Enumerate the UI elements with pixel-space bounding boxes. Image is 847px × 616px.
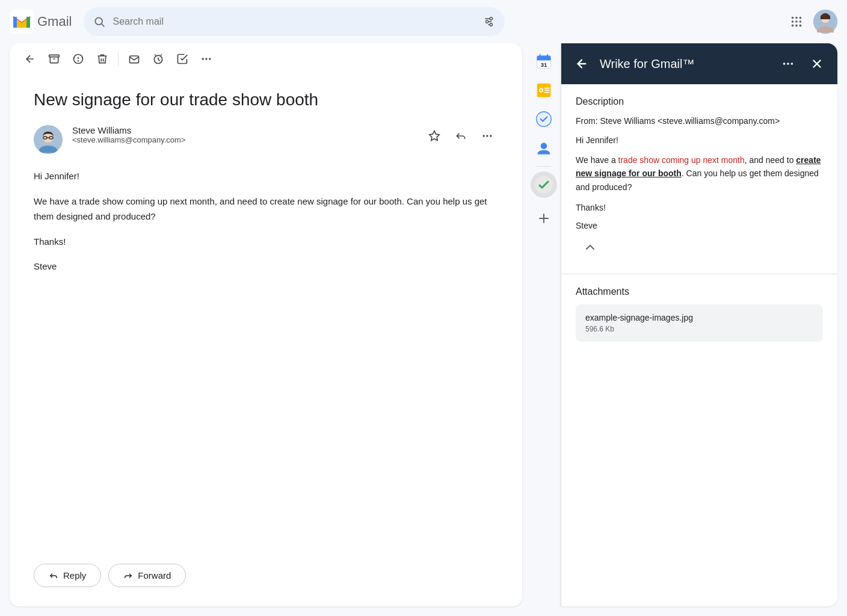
wrike-panel: Wrike for Gmail™ Description From: Steve…	[561, 43, 837, 606]
star-button[interactable]	[424, 125, 445, 147]
email-pane: New signage for our trade show booth	[10, 43, 522, 606]
sender-name: Steve Williams	[72, 125, 414, 135]
attachments-label: Attachments	[576, 286, 823, 297]
svg-point-13	[799, 17, 802, 19]
calendar-side-icon[interactable]: 31	[531, 48, 557, 75]
svg-rect-22	[49, 55, 60, 57]
archive-button[interactable]	[43, 48, 65, 70]
email-sender-row: Steve Williams <steve.williams@company.c…	[34, 125, 498, 154]
svg-point-18	[795, 25, 798, 27]
svg-point-3	[96, 17, 103, 25]
reply-button[interactable]: Reply	[34, 564, 101, 587]
svg-point-54	[537, 112, 552, 127]
wrike-back-button[interactable]	[571, 53, 593, 75]
wrike-highlight-red: trade show coming up next month	[618, 155, 745, 165]
wrike-sign: Steve	[576, 219, 823, 232]
add-panel-button[interactable]	[531, 205, 557, 232]
collapse-button[interactable]	[576, 233, 605, 262]
svg-point-9	[486, 20, 488, 23]
svg-point-31	[209, 58, 211, 60]
snooze-button[interactable]	[147, 48, 169, 70]
svg-text:31: 31	[541, 61, 547, 68]
svg-point-30	[205, 58, 207, 60]
svg-point-55	[541, 143, 547, 149]
more-button[interactable]	[196, 48, 217, 70]
email-sign: Steve	[34, 259, 498, 274]
svg-point-11	[792, 17, 794, 19]
svg-point-10	[490, 23, 493, 26]
wrike-content: Description From: Steve Williams <steve.…	[561, 84, 837, 606]
topbar: Gmail	[0, 0, 847, 43]
svg-rect-44	[537, 58, 551, 61]
sender-email: <steve.williams@company.com>	[72, 135, 414, 144]
wrike-description-body: From: Steve Williams <steve.williams@com…	[576, 114, 823, 233]
mark-unread-button[interactable]	[123, 48, 145, 70]
search-filter-icon[interactable]	[483, 16, 495, 28]
wrike-description-section: Description From: Steve Williams <steve.…	[561, 84, 837, 274]
wrike-panel-title: Wrike for Gmail™	[600, 57, 770, 71]
gmail-logo-icon	[10, 10, 34, 34]
email-content: New signage for our trade show booth	[10, 75, 522, 554]
toolbar-divider-1	[118, 52, 119, 66]
search-input[interactable]	[112, 16, 476, 27]
svg-point-29	[202, 58, 204, 60]
svg-point-19	[799, 25, 802, 27]
svg-point-59	[783, 63, 786, 65]
email-toolbar	[10, 43, 522, 75]
svg-point-39	[483, 135, 485, 137]
email-greeting: Hi Jennifer!	[34, 168, 498, 184]
svg-point-16	[799, 20, 802, 23]
add-task-button[interactable]	[171, 48, 193, 70]
delete-button[interactable]	[91, 48, 113, 70]
sender-actions	[424, 125, 498, 147]
svg-marker-38	[430, 131, 440, 141]
svg-point-12	[795, 17, 798, 19]
gmail-logo: Gmail	[10, 10, 72, 34]
side-icon-divider	[537, 166, 551, 167]
wrike-thanks: Thanks!	[576, 201, 823, 214]
email-body-text: We have a trade show coming up next mont…	[34, 194, 498, 224]
attachment-card[interactable]: example-signage-images.jpg 596.6 Kb	[576, 304, 823, 342]
app-name: Gmail	[37, 14, 72, 29]
topbar-right	[784, 10, 837, 34]
search-icon	[93, 16, 105, 28]
wrike-side-icon[interactable]	[531, 106, 557, 132]
search-bar[interactable]	[84, 7, 505, 36]
svg-line-4	[102, 24, 105, 27]
svg-point-60	[787, 63, 789, 65]
email-actions: Reply Forward	[10, 554, 522, 606]
main-layout: New signage for our trade show booth	[0, 43, 847, 616]
email-subject: New signage for our trade show booth	[34, 89, 498, 111]
tasks-side-icon[interactable]	[531, 77, 557, 103]
forward-button-label: Forward	[138, 570, 171, 581]
wrike-active-icon[interactable]	[531, 171, 557, 198]
contacts-side-icon[interactable]	[531, 135, 557, 161]
wrike-header: Wrike for Gmail™	[561, 43, 837, 84]
spam-button[interactable]	[67, 48, 89, 70]
wrike-more-button[interactable]	[777, 53, 799, 75]
sender-info: Steve Williams <steve.williams@company.c…	[72, 125, 414, 144]
more-sender-button[interactable]	[476, 125, 498, 147]
forward-icon	[123, 571, 133, 581]
back-button[interactable]	[19, 48, 41, 70]
svg-point-41	[490, 135, 491, 137]
user-avatar[interactable]	[813, 10, 837, 34]
svg-point-25	[78, 61, 79, 61]
wrike-body-greeting: Hi Jennifer!	[576, 134, 823, 147]
svg-point-14	[792, 20, 794, 23]
svg-point-50	[540, 89, 543, 91]
wrike-close-button[interactable]	[806, 53, 828, 75]
svg-point-61	[791, 63, 793, 65]
svg-point-15	[795, 20, 798, 23]
apps-icon-button[interactable]	[784, 10, 808, 34]
side-icons-strip: 31	[527, 43, 561, 616]
reply-icon	[49, 571, 58, 581]
svg-point-8	[490, 17, 493, 20]
email-body: Hi Jennifer! We have a trade show coming…	[34, 168, 498, 274]
wrike-body-text: We have a trade show coming up next mont…	[576, 153, 823, 194]
wrike-description-label: Description	[576, 96, 823, 107]
email-thanks: Thanks!	[34, 234, 498, 250]
attachment-filename: example-signage-images.jpg	[585, 313, 813, 322]
forward-button[interactable]: Forward	[108, 564, 186, 587]
reply-inline-button[interactable]	[450, 125, 472, 147]
